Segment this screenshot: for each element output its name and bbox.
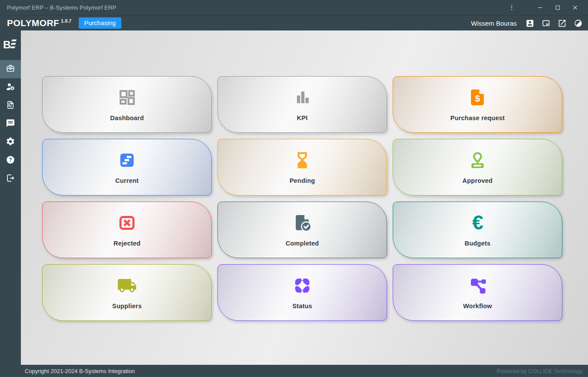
settings-gear-icon	[6, 137, 15, 148]
dashboard-grid-icon	[117, 88, 137, 108]
approval-stamp-icon	[468, 150, 488, 170]
card-dashboard[interactable]: Dashboard	[42, 76, 212, 133]
svg-text:B: B	[3, 38, 11, 50]
window-titlebar: Polymorf ERP – B-Systems Polymorf ERP	[0, 0, 588, 16]
card-current[interactable]: Current	[42, 139, 212, 195]
footer-bar: Copyright 2021-2024 B-Systems Integratio…	[0, 365, 588, 377]
menu-dots-icon[interactable]	[503, 1, 520, 14]
card-label: Approved	[462, 177, 492, 184]
contrast-icon[interactable]	[573, 18, 583, 28]
sidebar-item-purchasing[interactable]	[0, 60, 21, 78]
card-label: Completed	[286, 240, 319, 247]
main-content: Dashboard KPI $ Purchase request	[21, 30, 588, 365]
card-label: Workflow	[463, 303, 492, 310]
account-box-icon[interactable]	[525, 18, 535, 28]
x-box-icon	[117, 213, 137, 233]
card-label: Purchase request	[451, 114, 505, 121]
navbar-right: Wissem Bouras	[471, 18, 583, 28]
card-budgets[interactable]: € Budgets	[393, 202, 562, 258]
card-label: Status	[292, 303, 312, 310]
sidebar-item-settings[interactable]	[0, 133, 21, 151]
open-in-new-icon[interactable]	[557, 18, 567, 28]
card-label: Budgets	[464, 240, 490, 247]
expand-corners-icon	[292, 276, 312, 296]
maximize-button[interactable]	[549, 1, 566, 14]
module-purchasing-button[interactable]: Purchasing	[79, 17, 122, 29]
card-workflow[interactable]: Workflow	[393, 264, 562, 321]
attachment-file-icon	[6, 100, 15, 111]
fit-screen-icon[interactable]	[541, 18, 551, 28]
app-version: 1.0.7	[61, 19, 71, 24]
card-kpi[interactable]: KPI	[217, 76, 387, 133]
bar-chart-icon	[292, 88, 312, 108]
minimize-button[interactable]	[531, 1, 549, 14]
card-pending[interactable]: Pending	[217, 139, 387, 195]
b-systems-logo-icon: B	[0, 34, 21, 54]
svg-text:$: $	[475, 93, 480, 103]
card-label: Current	[115, 177, 139, 184]
module-card-grid: Dashboard KPI $ Purchase request	[42, 76, 562, 321]
window-title: Polymorf ERP – B-Systems Polymorf ERP	[7, 4, 116, 11]
card-suppliers[interactable]: Suppliers	[42, 264, 212, 321]
brand-logo: POLYMORF1.0.7	[7, 18, 72, 28]
priority-steps-icon	[117, 150, 137, 170]
logout-icon	[6, 173, 15, 185]
help-icon: ?	[6, 155, 15, 166]
card-approved[interactable]: Approved	[393, 139, 562, 195]
chat-icon	[6, 118, 15, 130]
svg-text:€: €	[472, 213, 484, 233]
sidebar-item-users[interactable]	[0, 78, 21, 97]
briefcase-icon	[6, 64, 15, 75]
card-rejected[interactable]: Rejected	[42, 202, 212, 258]
sidebar-item-documents[interactable]	[0, 97, 21, 115]
powered-by-text: Powered by COLLIDE Technology.	[497, 368, 584, 374]
file-check-icon	[292, 213, 312, 233]
sidebar: B	[0, 30, 21, 365]
sidebar-item-messages[interactable]	[0, 115, 21, 133]
user-settings-icon	[6, 82, 15, 93]
sidebar-item-logout[interactable]	[0, 170, 21, 188]
truck-icon	[117, 276, 137, 296]
svg-text:?: ?	[9, 157, 12, 163]
file-dollar-icon: $	[468, 88, 488, 108]
euro-icon: €	[468, 213, 488, 233]
app-navbar: POLYMORF1.0.7 Purchasing Wissem Bouras	[0, 16, 588, 30]
user-name[interactable]: Wissem Bouras	[471, 20, 517, 27]
hourglass-icon	[292, 150, 312, 170]
card-label: Dashboard	[110, 114, 144, 121]
card-purchase-request[interactable]: $ Purchase request	[393, 76, 562, 133]
card-label: KPI	[297, 114, 308, 121]
close-button[interactable]	[566, 1, 584, 14]
card-completed[interactable]: Completed	[217, 202, 387, 258]
copyright-text: Copyright 2021-2024 B-Systems Integratio…	[25, 368, 135, 374]
card-label: Pending	[290, 177, 315, 184]
card-status[interactable]: Status	[217, 264, 387, 321]
workflow-nodes-icon	[468, 276, 488, 296]
card-label: Suppliers	[112, 303, 142, 310]
card-label: Rejected	[114, 240, 140, 247]
sidebar-item-help[interactable]: ?	[0, 151, 21, 170]
